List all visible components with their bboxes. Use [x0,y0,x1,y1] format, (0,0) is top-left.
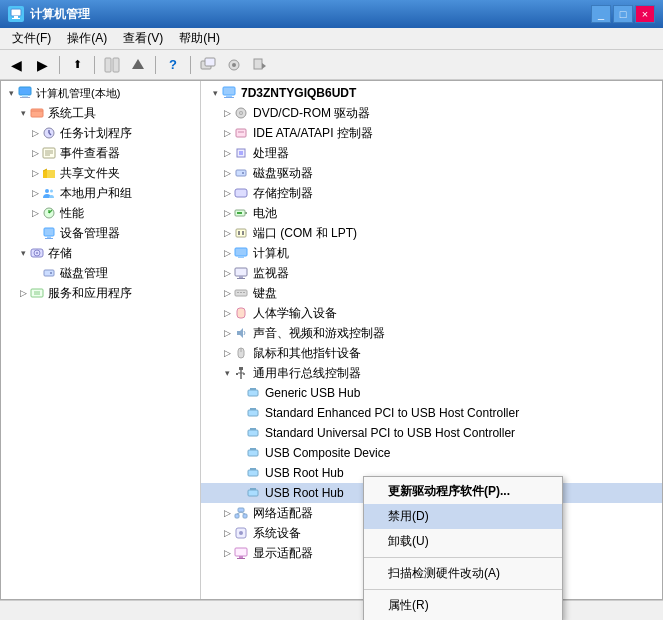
ctx-uninstall[interactable]: 卸载(U) [364,529,562,554]
dev-label-composite: USB Composite Device [265,446,390,460]
dev-battery[interactable]: ▷ 电池 [201,203,662,223]
tree-item-devmgr[interactable]: ▷ 设备管理器 [1,223,200,243]
svg-rect-24 [47,170,55,178]
tree-item-disk[interactable]: ▷ 磁盘管理 [1,263,200,283]
menu-view[interactable]: 查看(V) [115,28,171,49]
tree-item-task[interactable]: ▷ 任务计划程序 [1,123,200,143]
dev-cpu[interactable]: ▷ 处理器 [201,143,662,163]
icon-usb-ctrl [233,365,249,381]
svg-rect-14 [20,97,30,98]
dev-label-computer: 计算机 [253,245,289,262]
back-button[interactable]: ◀ [4,54,28,76]
tree-item-sysutil[interactable]: ▾ 系统工具 [1,103,200,123]
svg-rect-86 [250,468,256,470]
svg-rect-72 [239,367,243,370]
dev-generic-hub[interactable]: ▷ Generic USB Hub [201,383,662,403]
dev-audio[interactable]: ▷ 声音、视频和游戏控制器 [201,323,662,343]
tree-item-storage[interactable]: ▾ 存储 [1,243,200,263]
dev-usb-ctrl[interactable]: ▾ 通用串行总线控制器 [201,363,662,383]
svg-point-27 [50,190,53,193]
svg-point-34 [36,252,38,254]
expand-task[interactable]: ▷ [29,127,41,139]
svg-rect-78 [250,388,256,390]
left-pane: ▾ 计算机管理(本地) ▾ 系统工具 ▷ 任务计划程序 ▷ [1,81,201,599]
ctx-properties[interactable]: 属性(R) [364,593,562,618]
up-arrow-button[interactable] [126,54,150,76]
menu-action[interactable]: 操作(A) [59,28,115,49]
menu-file[interactable]: 文件(F) [4,28,59,49]
dev-hid[interactable]: ▷ 人体学输入设备 [201,303,662,323]
dev-keyboard[interactable]: ▷ 键盘 [201,283,662,303]
svg-rect-55 [237,212,242,214]
svg-rect-10 [254,59,262,69]
minimize-button[interactable]: _ [591,5,611,23]
title-bar: 计算机管理 _ □ × [0,0,663,28]
expand-sysutil[interactable]: ▾ [17,107,29,119]
svg-rect-97 [239,556,243,558]
tree-item-event[interactable]: ▷ 事件查看器 [1,143,200,163]
toolbar-sep-4 [190,56,191,74]
dev-label-generic-hub: Generic USB Hub [265,386,360,400]
expand-storage[interactable]: ▾ [17,247,29,259]
dev-dvd[interactable]: ▷ DVD/CD-ROM 驱动器 [201,103,662,123]
help-button[interactable]: ? [161,54,185,76]
tree-item-share[interactable]: ▷ 共享文件夹 [1,163,200,183]
expand-share[interactable]: ▷ [29,167,41,179]
tree-item-users[interactable]: ▷ 本地用户和组 [1,183,200,203]
dev-disk[interactable]: ▷ 磁盘驱动器 [201,163,662,183]
export-button[interactable] [248,54,272,76]
tree-item-perf[interactable]: ▷ 性能 [1,203,200,223]
dev-storage-ctrl[interactable]: ▷ 存储控制器 [201,183,662,203]
tree-label-devmgr: 设备管理器 [60,225,120,242]
expand-users[interactable]: ▷ [29,187,41,199]
expand-event[interactable]: ▷ [29,147,41,159]
svg-rect-62 [239,276,243,278]
forward-button[interactable]: ▶ [30,54,54,76]
expand-services[interactable]: ▷ [17,287,29,299]
svg-rect-91 [243,514,247,518]
svg-rect-36 [50,272,52,274]
dev-computer[interactable]: ▷ 计算机 [201,243,662,263]
tree-item-services[interactable]: ▷ 服务和应用程序 [1,283,200,303]
ctx-scan-hardware[interactable]: 扫描检测硬件改动(A) [364,561,562,586]
expand-root[interactable]: ▾ [5,87,17,99]
toolbar-sep-2 [94,56,95,74]
up-button[interactable]: ⬆ [65,54,89,76]
dev-enhanced-pci[interactable]: ▷ Standard Enhanced PCI to USB Host Cont… [201,403,662,423]
dev-port[interactable]: ▷ 端口 (COM 和 LPT) [201,223,662,243]
icon-dvd [233,105,249,121]
maximize-button[interactable]: □ [613,5,633,23]
ctx-update-driver[interactable]: 更新驱动程序软件(P)... [364,479,562,504]
close-button[interactable]: × [635,5,655,23]
icon-users [41,185,57,201]
expand-perf[interactable]: ▷ [29,207,41,219]
ctx-disable[interactable]: 禁用(D) [364,504,562,529]
new-window-button[interactable] [196,54,220,76]
svg-rect-54 [245,212,247,214]
options-button[interactable] [222,54,246,76]
show-hide-button[interactable] [100,54,124,76]
icon-generic-hub [245,385,261,401]
title-controls[interactable]: _ □ × [591,5,655,23]
icon-share [41,165,57,181]
menu-help[interactable]: 帮助(H) [171,28,228,49]
tree-item-root[interactable]: ▾ 计算机管理(本地) [1,83,200,103]
svg-rect-85 [248,470,258,476]
dev-ide[interactable]: ▷ IDE ATA/ATAPI 控制器 [201,123,662,143]
svg-marker-11 [262,63,266,69]
svg-rect-75 [236,373,238,375]
dev-label-universal-pci: Standard Universal PCI to USB Host Contr… [265,426,515,440]
dev-mouse[interactable]: ▷ 鼠标和其他指针设备 [201,343,662,363]
svg-rect-15 [31,109,43,117]
svg-rect-88 [250,488,256,490]
icon-storage-ctrl [233,185,249,201]
svg-rect-61 [235,268,247,276]
icon-monitor [233,265,249,281]
ctx-sep-1 [364,557,562,558]
icon-perf [41,205,57,221]
dev-universal-pci[interactable]: ▷ Standard Universal PCI to USB Host Con… [201,423,662,443]
dev-monitor[interactable]: ▷ 监视器 [201,263,662,283]
svg-rect-2 [12,18,20,19]
dev-composite[interactable]: ▷ USB Composite Device [201,443,662,463]
right-header[interactable]: ▾ 7D3ZNTYGIQB6UDT [201,83,662,103]
